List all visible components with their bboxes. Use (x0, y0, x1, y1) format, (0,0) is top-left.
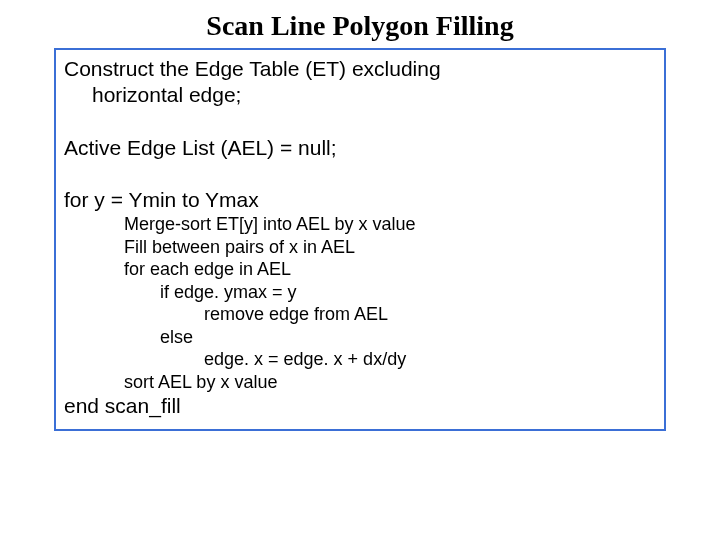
algo-line-else: else (64, 326, 656, 349)
algorithm-box: Construct the Edge Table (ET) excluding … (54, 48, 666, 431)
slide: Scan Line Polygon Filling Construct the … (0, 0, 720, 540)
algo-line-construct: Construct the Edge Table (ET) excluding (64, 56, 656, 82)
algo-line-merge-sort: Merge-sort ET[y] into AEL by x value (64, 213, 656, 236)
algo-line-if-ymax: if edge. ymax = y (64, 281, 656, 304)
blank-line (64, 161, 656, 187)
algo-line-sort-ael: sort AEL by x value (64, 371, 656, 394)
algo-line-ael-null: Active Edge List (AEL) = null; (64, 135, 656, 161)
algo-line-fill-pairs: Fill between pairs of x in AEL (64, 236, 656, 259)
blank-line (64, 109, 656, 135)
algo-line-remove: remove edge from AEL (64, 303, 656, 326)
algo-line-construct-cont: horizontal edge; (64, 82, 656, 108)
slide-title: Scan Line Polygon Filling (0, 0, 720, 48)
algo-line-for-y: for y = Ymin to Ymax (64, 187, 656, 213)
algo-line-end: end scan_fill (64, 393, 656, 419)
algo-line-edge-x: edge. x = edge. x + dx/dy (64, 348, 656, 371)
algo-line-for-each-edge: for each edge in AEL (64, 258, 656, 281)
